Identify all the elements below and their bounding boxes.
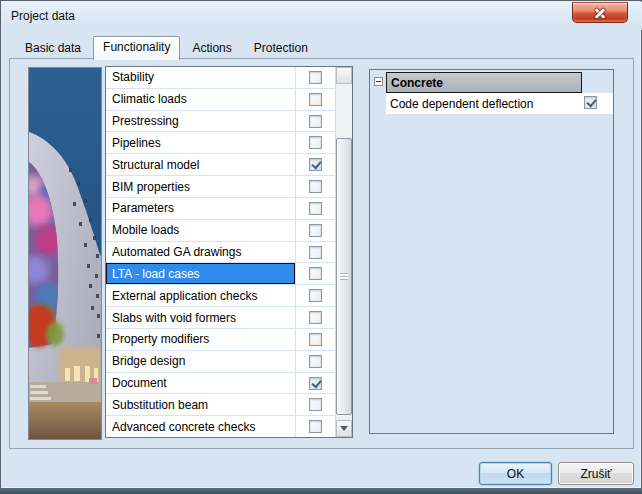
list-item-label: Advanced concrete checks (106, 416, 296, 437)
list-item-label: Stability (106, 67, 296, 88)
list-item-checkbox[interactable] (309, 71, 322, 84)
list-item-label: Document (106, 373, 296, 394)
list-item-label: Parameters (106, 198, 296, 219)
functionality-list: StabilityClimatic loadsPrestressingPipel… (105, 66, 353, 438)
scrollbar-grip-icon (340, 273, 348, 280)
list-item-label: Pipelines (106, 132, 296, 153)
list-item-check-cell (296, 373, 335, 394)
list-item-checkbox[interactable] (309, 158, 322, 171)
list-item-check-cell (296, 307, 335, 328)
list-item-label: Prestressing (106, 111, 296, 132)
list-item-checkbox[interactable] (309, 93, 322, 106)
markthal-photo-graphic (29, 68, 101, 439)
list-item[interactable]: Climatic loads (106, 89, 335, 111)
list-item-check-cell (296, 89, 335, 110)
list-item[interactable]: Stability (106, 67, 335, 89)
list-item[interactable]: Automated GA drawings (106, 242, 335, 264)
list-item-checkbox[interactable] (309, 180, 322, 193)
functionality-tab-page: StabilityClimatic loadsPrestressingPipel… (9, 58, 634, 449)
list-item-checkbox[interactable] (309, 311, 322, 324)
list-item[interactable]: Structural model (106, 154, 335, 176)
building-photo (28, 67, 102, 440)
detail-row[interactable]: Code dependent deflection (386, 93, 613, 114)
list-item-check-cell (296, 154, 335, 175)
list-item-label: LTA - load cases (106, 263, 296, 284)
list-item-checkbox[interactable] (309, 289, 322, 302)
list-item-check-cell (296, 416, 335, 437)
close-icon (594, 7, 606, 19)
scrollbar-up-button[interactable] (336, 67, 352, 84)
group-header-concrete[interactable]: Concrete (386, 72, 582, 93)
list-item-label: External application checks (106, 285, 296, 306)
list-item[interactable]: Document (106, 373, 335, 395)
list-item-label: Automated GA drawings (106, 242, 296, 263)
list-item[interactable]: Mobile loads (106, 220, 335, 242)
project-data-dialog: Project data Basic dataFunctionalityActi… (0, 0, 642, 489)
list-item[interactable]: LTA - load cases (106, 263, 335, 285)
list-item-checkbox[interactable] (309, 246, 322, 259)
list-item-checkbox[interactable] (309, 377, 322, 390)
list-item-check-cell (296, 285, 335, 306)
list-item-checkbox[interactable] (309, 136, 322, 149)
detail-row-label: Code dependent deflection (390, 97, 533, 111)
list-item[interactable]: BIM properties (106, 176, 335, 198)
list-item-checkbox[interactable] (309, 398, 322, 411)
list-item[interactable]: Prestressing (106, 111, 335, 133)
tab-basic-data[interactable]: Basic data (15, 37, 91, 59)
list-item[interactable]: Pipelines (106, 132, 335, 154)
detail-panel: Concrete Code dependent deflection (369, 69, 614, 434)
list-item[interactable]: Slabs with void formers (106, 307, 335, 329)
list-item-checkbox[interactable] (309, 267, 322, 280)
list-item-checkbox[interactable] (309, 115, 322, 128)
list-item-check-cell (296, 176, 335, 197)
tab-actions[interactable]: Actions (182, 37, 241, 59)
group-header-label: Concrete (391, 76, 443, 90)
list-item-label: Mobile loads (106, 220, 296, 241)
list-item-label: BIM properties (106, 176, 296, 197)
scrollbar-down-icon (340, 426, 348, 431)
close-button[interactable] (572, 2, 628, 23)
tab-strip: Basic dataFunctionalityActionsProtection (15, 37, 320, 59)
list-item[interactable]: Property modifiers (106, 329, 335, 351)
tab-functionality[interactable]: Functionality (93, 36, 180, 60)
list-item-label: Property modifiers (106, 329, 296, 350)
list-item[interactable]: External application checks (106, 285, 335, 307)
list-item[interactable]: Advanced concrete checks (106, 416, 335, 437)
vertical-scrollbar[interactable] (335, 67, 352, 437)
list-item-check-cell (296, 198, 335, 219)
list-item[interactable]: Bridge design (106, 351, 335, 373)
cancel-button[interactable]: Zrušiť (558, 462, 634, 485)
list-item-check-cell (296, 132, 335, 153)
background-app-strip (0, 488, 642, 494)
window-title: Project data (11, 9, 75, 23)
list-item-check-cell (296, 263, 335, 284)
functionality-list-rows: StabilityClimatic loadsPrestressingPipel… (106, 67, 335, 437)
screen: Project data Basic dataFunctionalityActi… (0, 0, 642, 494)
expander-minus-icon[interactable] (374, 77, 383, 86)
list-item[interactable]: Substitution beam (106, 394, 335, 416)
list-item-check-cell (296, 242, 335, 263)
list-item-label: Bridge design (106, 351, 296, 372)
ok-button[interactable]: OK (479, 462, 552, 485)
list-item-label: Slabs with void formers (106, 307, 296, 328)
code-dependent-deflection-checkbox[interactable] (584, 96, 597, 109)
list-item-checkbox[interactable] (309, 333, 322, 346)
list-item-check-cell (296, 329, 335, 350)
list-item-checkbox[interactable] (309, 355, 322, 368)
list-item[interactable]: Parameters (106, 198, 335, 220)
list-item-check-cell (296, 111, 335, 132)
list-item-label: Climatic loads (106, 89, 296, 110)
scrollbar-down-button[interactable] (336, 420, 352, 437)
list-item-checkbox[interactable] (309, 224, 322, 237)
titlebar[interactable]: Project data (2, 2, 642, 30)
scrollbar-track[interactable] (336, 84, 352, 420)
list-item-check-cell (296, 351, 335, 372)
list-item-check-cell (296, 394, 335, 415)
list-item-label: Substitution beam (106, 394, 296, 415)
list-item-checkbox[interactable] (309, 420, 322, 433)
list-item-label: Structural model (106, 154, 296, 175)
scrollbar-thumb[interactable] (336, 138, 352, 415)
tab-protection[interactable]: Protection (244, 37, 318, 59)
list-item-check-cell (296, 220, 335, 241)
list-item-checkbox[interactable] (309, 202, 322, 215)
